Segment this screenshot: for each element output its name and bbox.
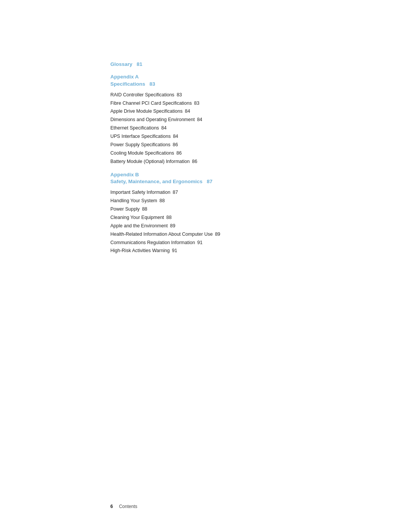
list-item: Apple and the Environment89: [110, 222, 301, 230]
appendix-a-items: RAID Controller Specifications83Fibre Ch…: [110, 91, 301, 166]
glossary-label: Glossary: [110, 61, 132, 67]
glossary-page: 81: [137, 61, 142, 67]
appendix-b-heading: Appendix B Safety, Maintenance, and Ergo…: [110, 171, 301, 186]
appendix-a-page: 83: [150, 81, 155, 87]
list-item: Dimensions and Operating Environment84: [110, 116, 301, 124]
list-item: Ethernet Specifications84: [110, 124, 301, 133]
list-item: UPS Interface Specifications84: [110, 133, 301, 141]
footer-label: Contents: [119, 504, 137, 509]
list-item: Handling Your System88: [110, 197, 301, 205]
list-item: Health-Related Information About Compute…: [110, 230, 301, 239]
list-item: Important Safety Information87: [110, 189, 301, 197]
appendix-a-line2: Specifications: [110, 81, 145, 87]
list-item: Power Supply88: [110, 205, 301, 214]
appendix-b-page: 87: [207, 179, 212, 184]
appendix-b-items: Important Safety Information87Handling Y…: [110, 189, 301, 255]
appendix-b-line2: Safety, Maintenance, and Ergonomics: [110, 179, 202, 184]
glossary-heading: Glossary 81: [110, 61, 301, 68]
appendix-a-section: Appendix A Specifications 83 RAID Contro…: [110, 73, 301, 166]
page: Glossary 81 Appendix A Specifications 83…: [0, 0, 411, 532]
footer-page-number: 6: [110, 504, 113, 509]
list-item: Power Supply Specifications86: [110, 141, 301, 149]
list-item: Cooling Module Specifications86: [110, 149, 301, 158]
appendix-b-line1: Appendix B: [110, 172, 139, 177]
glossary-section: Glossary 81: [110, 61, 301, 68]
list-item: RAID Controller Specifications83: [110, 91, 301, 99]
appendix-b-section: Appendix B Safety, Maintenance, and Ergo…: [110, 171, 301, 256]
list-item: Battery Module (Optional) Information86: [110, 158, 301, 166]
appendix-a-line1: Appendix A: [110, 74, 139, 80]
list-item: Fibre Channel PCI Card Specifications83: [110, 99, 301, 108]
list-item: Apple Drive Module Specifications84: [110, 107, 301, 116]
list-item: Cleaning Your Equipment88: [110, 214, 301, 222]
footer: 6 Contents: [110, 504, 137, 509]
list-item: High-Risk Activities Warning91: [110, 247, 301, 255]
appendix-a-heading: Appendix A Specifications 83: [110, 73, 301, 88]
list-item: Communications Regulation Information91: [110, 239, 301, 247]
